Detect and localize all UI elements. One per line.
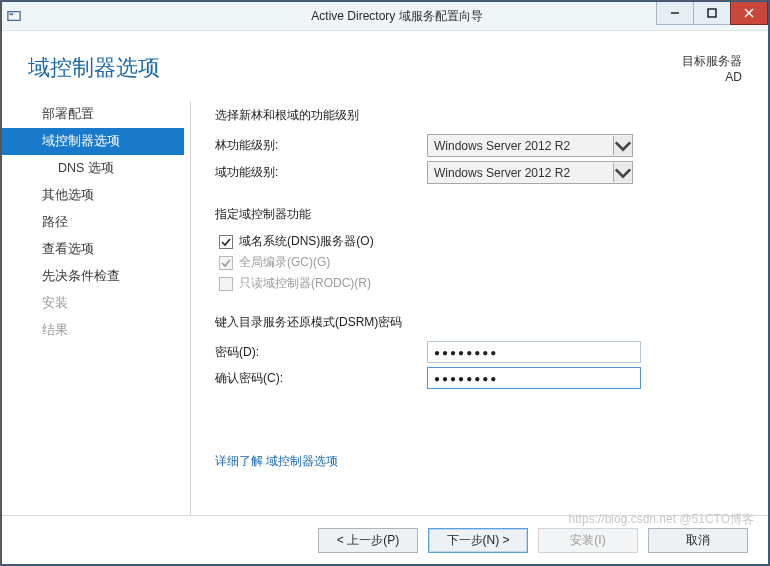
window-buttons xyxy=(657,2,768,24)
chevron-down-icon xyxy=(613,136,632,155)
confirm-password-field[interactable]: ●●●●●●●● xyxy=(427,367,641,389)
checkbox-dns[interactable]: 域名系统(DNS)服务器(O) xyxy=(219,233,750,250)
wizard-body: 部署配置 域控制器选项 DNS 选项 其他选项 路径 查看选项 先决条件检查 安… xyxy=(2,97,768,515)
step-paths[interactable]: 路径 xyxy=(2,209,184,236)
empty-check-icon xyxy=(219,277,233,291)
close-button[interactable] xyxy=(730,2,768,25)
svg-rect-3 xyxy=(708,9,716,17)
check-icon xyxy=(219,235,233,249)
step-additional-options[interactable]: 其他选项 xyxy=(2,182,184,209)
capabilities-heading: 指定域控制器功能 xyxy=(215,206,750,223)
domain-level-select[interactable]: Windows Server 2012 R2 xyxy=(427,161,633,184)
target-server-label: 目标服务器 xyxy=(682,53,742,69)
checkbox-gc: 全局编录(GC)(G) xyxy=(219,254,750,271)
step-prereq[interactable]: 先决条件检查 xyxy=(2,263,184,290)
page-header: 域控制器选项 目标服务器 AD xyxy=(2,31,768,97)
step-dc-options[interactable]: 域控制器选项 xyxy=(2,128,184,155)
step-install: 安装 xyxy=(2,290,184,317)
title-bar: Active Directory 域服务配置向导 xyxy=(2,2,768,31)
dsrm-heading: 键入目录服务还原模式(DSRM)密码 xyxy=(215,314,750,331)
svg-rect-0 xyxy=(8,12,20,21)
forest-level-select[interactable]: Windows Server 2012 R2 xyxy=(427,134,633,157)
check-icon xyxy=(219,256,233,270)
prev-button[interactable]: < 上一步(P) xyxy=(318,528,418,553)
page-title: 域控制器选项 xyxy=(28,53,160,83)
step-sidebar: 部署配置 域控制器选项 DNS 选项 其他选项 路径 查看选项 先决条件检查 安… xyxy=(2,97,184,515)
app-icon xyxy=(2,9,26,23)
wizard-footer: < 上一步(P) 下一步(N) > 安装(I) 取消 xyxy=(2,515,768,564)
wizard-window: Active Directory 域服务配置向导 域控制器选项 目标服务器 AD… xyxy=(1,1,769,565)
vertical-divider xyxy=(190,101,191,515)
step-dns-options[interactable]: DNS 选项 xyxy=(2,155,184,182)
forest-level-label: 林功能级别: xyxy=(215,137,427,154)
checkbox-gc-label: 全局编录(GC)(G) xyxy=(239,254,330,271)
target-server: 目标服务器 AD xyxy=(682,53,742,85)
install-button: 安装(I) xyxy=(538,528,638,553)
checkbox-dns-label: 域名系统(DNS)服务器(O) xyxy=(239,233,374,250)
password-label: 密码(D): xyxy=(215,344,427,361)
checkbox-rodc: 只读域控制器(RODC)(R) xyxy=(219,275,750,292)
step-review[interactable]: 查看选项 xyxy=(2,236,184,263)
maximize-button[interactable] xyxy=(693,2,731,25)
cancel-button[interactable]: 取消 xyxy=(648,528,748,553)
forest-level-value: Windows Server 2012 R2 xyxy=(428,139,613,153)
target-server-value: AD xyxy=(682,69,742,85)
password-field[interactable]: ●●●●●●●● xyxy=(427,341,641,363)
step-deploy-config[interactable]: 部署配置 xyxy=(2,101,184,128)
svg-rect-1 xyxy=(10,13,14,15)
next-button[interactable]: 下一步(N) > xyxy=(428,528,528,553)
minimize-button[interactable] xyxy=(656,2,694,25)
learn-more-link[interactable]: 详细了解 域控制器选项 xyxy=(215,453,338,470)
domain-level-label: 域功能级别: xyxy=(215,164,427,181)
functional-level-heading: 选择新林和根域的功能级别 xyxy=(215,107,750,124)
step-results: 结果 xyxy=(2,317,184,344)
main-panel: 选择新林和根域的功能级别 林功能级别: Windows Server 2012 … xyxy=(193,97,750,515)
checkbox-rodc-label: 只读域控制器(RODC)(R) xyxy=(239,275,371,292)
confirm-password-label: 确认密码(C): xyxy=(215,370,427,387)
chevron-down-icon xyxy=(613,163,632,182)
domain-level-value: Windows Server 2012 R2 xyxy=(428,166,613,180)
